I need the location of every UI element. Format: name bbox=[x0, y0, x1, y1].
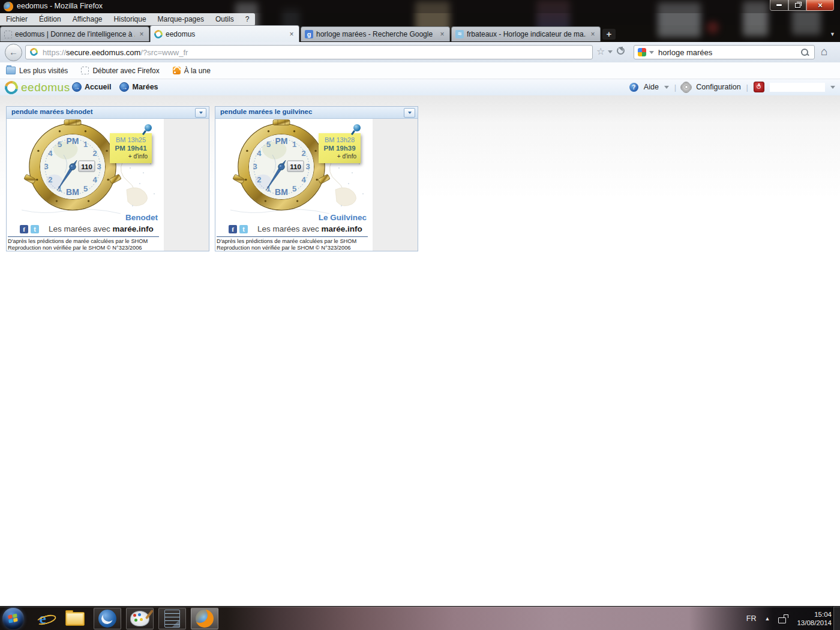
navigation-toolbar: ← https://secure.eedomus.com/?src=www_fr… bbox=[0, 42, 840, 63]
widget-header[interactable]: pendule marées le guilvinec bbox=[215, 107, 418, 119]
clock-number: 4 bbox=[257, 149, 262, 158]
facebook-icon[interactable]: f bbox=[229, 225, 237, 233]
placeholder-icon bbox=[4, 31, 12, 38]
help-menu[interactable]: Aide bbox=[644, 83, 659, 91]
nav-accueil[interactable]: → Accueil bbox=[72, 82, 111, 92]
tab-frbateaux[interactable]: ≈ frbateaux - Horloge indicateur de ma..… bbox=[451, 26, 601, 41]
reload-icon[interactable] bbox=[617, 47, 625, 55]
tide-times-note[interactable]: BM 13h28 PM 19h39 + d'info bbox=[319, 133, 361, 163]
restore-icon bbox=[795, 3, 800, 8]
widget-header[interactable]: pendule marées bénodet bbox=[7, 107, 209, 119]
twitter-icon[interactable]: t bbox=[239, 225, 248, 233]
bookmark-most-visited[interactable]: Les plus visités bbox=[6, 67, 68, 75]
menu-fichier[interactable]: Fichier bbox=[6, 15, 28, 23]
window-title: eedomus - Mozilla Firefox bbox=[17, 2, 103, 10]
taskbar-thunderbird[interactable] bbox=[94, 608, 121, 629]
hidden-icons-arrow[interactable]: ▲ bbox=[765, 616, 770, 622]
clock-number: 1 bbox=[292, 140, 296, 149]
eedomus-logo[interactable]: eedomus bbox=[5, 81, 70, 94]
nav-marees[interactable]: → Marées bbox=[119, 82, 158, 92]
close-icon: × bbox=[818, 1, 823, 9]
taskbar-notepad[interactable] bbox=[158, 608, 186, 629]
url-text: https://secure.eedomus.com/?src=www_fr bbox=[43, 48, 188, 57]
taskbar-firefox[interactable] bbox=[191, 608, 218, 629]
tray-clock[interactable]: 15:04 13/08/2014 bbox=[797, 610, 832, 627]
widget-body: PM 1 2 3 4 5 BM 1 2 3 4 5 110 bbox=[215, 119, 418, 251]
close-button[interactable]: × bbox=[806, 0, 834, 11]
rss-icon bbox=[173, 67, 181, 74]
facebook-icon[interactable]: f bbox=[20, 225, 28, 233]
more-info-link[interactable]: + d'info bbox=[319, 152, 361, 160]
menu-marque-pages[interactable]: Marque-pages bbox=[158, 15, 204, 23]
taskbar-paint[interactable] bbox=[126, 608, 154, 629]
configuration-menu[interactable]: Configuration bbox=[696, 83, 740, 91]
taskbar-internet-explorer[interactable]: e bbox=[29, 608, 56, 629]
language-indicator[interactable]: FR bbox=[746, 614, 757, 623]
tab-overflow-icon[interactable]: ▼ bbox=[830, 31, 835, 37]
tab-close-icon[interactable]: × bbox=[439, 30, 446, 38]
minimize-button[interactable] bbox=[770, 0, 788, 11]
google-search-icon[interactable] bbox=[638, 48, 646, 56]
shom-disclaimer: D'après les prédictions de marée calculé… bbox=[8, 238, 163, 251]
restore-button[interactable] bbox=[788, 0, 806, 11]
folder-icon bbox=[6, 67, 16, 74]
menu-historique[interactable]: Historique bbox=[114, 15, 146, 23]
widget-menu-button[interactable] bbox=[404, 108, 415, 118]
tab-close-icon[interactable]: × bbox=[288, 30, 295, 38]
widget-menu-button[interactable] bbox=[195, 108, 206, 118]
menu-outils[interactable]: Outils bbox=[215, 15, 234, 23]
widget-body: PM 1 2 3 4 5 BM 1 2 3 4 5 110 bbox=[7, 119, 209, 251]
bookmark-star-icon[interactable]: ☆ bbox=[596, 46, 605, 57]
clock-number: 2 bbox=[302, 149, 306, 158]
clock-number: 3 bbox=[97, 162, 101, 171]
tray-time: 15:04 bbox=[797, 610, 832, 619]
shom-disclaimer: D'après les prédictions de marée calculé… bbox=[217, 238, 371, 251]
bookmark-getting-started[interactable]: Débuter avec Firefox bbox=[81, 67, 159, 75]
separator: | bbox=[674, 83, 676, 92]
taskbar-explorer[interactable] bbox=[61, 608, 89, 629]
search-bar[interactable] bbox=[634, 45, 815, 59]
tide-clock-frame: PM 1 2 3 4 5 BM 1 2 3 4 5 110 bbox=[215, 119, 373, 251]
help-dropdown-icon[interactable] bbox=[664, 86, 669, 89]
eedomus-toolbar-right: ? Aide | Configuration | bbox=[629, 82, 835, 92]
menu-edition[interactable]: Édition bbox=[39, 15, 61, 23]
bookmark-latest-headlines[interactable]: À la une bbox=[173, 67, 211, 75]
thunderbird-icon bbox=[98, 610, 116, 628]
chevron-down-icon bbox=[199, 112, 203, 114]
search-input[interactable] bbox=[657, 46, 797, 58]
menu-aide[interactable]: ? bbox=[245, 15, 250, 23]
start-button[interactable] bbox=[2, 608, 24, 629]
bookmark-dropdown-icon[interactable] bbox=[608, 50, 613, 53]
tide-times-note[interactable]: BM 13h25 PM 19h41 + d'info bbox=[110, 133, 152, 163]
clock-number: 4 bbox=[93, 175, 98, 184]
maree-info-brand[interactable]: marée.info bbox=[322, 224, 362, 233]
url-bar[interactable]: https://secure.eedomus.com/?src=www_fr bbox=[25, 45, 593, 59]
more-info-link[interactable]: + d'info bbox=[110, 152, 152, 160]
tab-close-icon[interactable]: × bbox=[138, 30, 145, 38]
tab-close-icon[interactable]: × bbox=[589, 30, 596, 38]
maree-info-brand[interactable]: marée.info bbox=[113, 224, 154, 233]
menu-affichage[interactable]: Affichage bbox=[73, 15, 103, 23]
tab-eedomus-app[interactable]: eedomus × bbox=[150, 25, 299, 42]
paint-icon bbox=[130, 611, 149, 626]
system-tray: FR ▲ 15:04 13/08/2014 bbox=[746, 607, 832, 630]
bookmarks-toolbar: Les plus visités Débuter avec Firefox À … bbox=[0, 62, 840, 79]
new-tab-button[interactable]: + bbox=[602, 29, 616, 40]
tab-eedomus-www[interactable]: eedomus | Donnez de l'intelligence à ...… bbox=[0, 26, 149, 41]
porthole-hinge bbox=[273, 120, 290, 125]
search-icon[interactable] bbox=[801, 49, 808, 56]
search-engine-dropdown-icon[interactable] bbox=[649, 51, 654, 54]
tab-google-search[interactable]: g horloge marées - Recherche Google × bbox=[301, 26, 450, 41]
back-button[interactable]: ← bbox=[5, 44, 22, 61]
minimize-icon bbox=[776, 4, 782, 6]
network-icon[interactable] bbox=[778, 614, 788, 623]
low-tide-time: BM 13h28 bbox=[319, 136, 361, 144]
show-desktop-button[interactable] bbox=[833, 607, 840, 630]
home-icon[interactable]: ⌂ bbox=[821, 44, 827, 59]
user-dropdown-icon[interactable] bbox=[830, 86, 835, 89]
coefficient-value: 110 bbox=[81, 163, 92, 170]
twitter-icon[interactable]: t bbox=[31, 225, 39, 233]
logout-power-icon[interactable] bbox=[754, 82, 764, 92]
social-caption-row: f t Les marées avec marée.info bbox=[229, 224, 362, 233]
clock-number: 2 bbox=[48, 175, 52, 184]
